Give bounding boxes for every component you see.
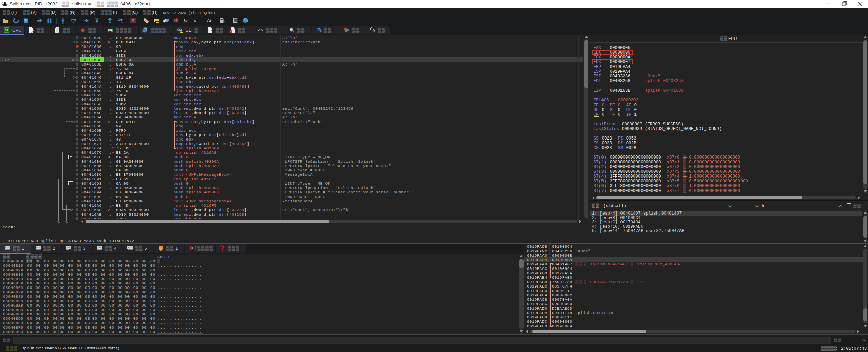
svg-text:#: # [194,18,197,23]
svg-text:S: S [132,18,134,23]
svg-text:!: ! [181,30,182,33]
svg-text:z: z [210,19,212,23]
svg-text:]: ] [194,246,196,250]
svg-text:32: 32 [5,29,8,32]
svg-text:<>: <> [209,29,212,32]
svg-text:<>: <> [258,27,263,33]
svg-text:A: A [207,18,210,23]
svg-text:fx: fx [184,18,188,23]
